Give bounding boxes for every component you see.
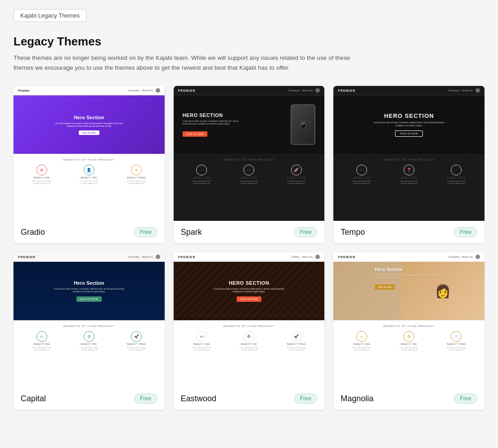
benefit-desc: Lorem ipsum dolor sit amet consectur adi… xyxy=(124,347,149,351)
theme-footer: Eastwood Free xyxy=(174,387,325,410)
preview-benefits-row: ▭ BENEFIT ONE Lorem ipsum dolor sit amet… xyxy=(178,165,320,184)
benefit-desc: Lorem ipsum dolor sit amet consectur adi… xyxy=(29,180,54,184)
benefit-label: BENEFIT ONE xyxy=(194,177,210,179)
benefit-desc: Lorem ipsum dolor sit amet consectur adi… xyxy=(189,180,214,184)
benefit-desc: Lorem ipsum dolor sit amet consectur adi… xyxy=(284,347,309,351)
preview-hero: HERO SECTION Lorem ipsum dolor sit amet,… xyxy=(174,95,325,154)
benefit-desc: Lorem ipsum dolor sit amet consectur adi… xyxy=(397,180,422,184)
benefit-desc: Lorem ipsum dolor sit amet consectur adi… xyxy=(237,347,261,351)
theme-badge: Free xyxy=(294,227,318,237)
theme-card-capital[interactable]: PREMIER Company About Us Hero Section Lo… xyxy=(13,252,165,410)
benefit-icon: ▭ xyxy=(356,331,367,342)
benefit-item: ⚙ BENEFIT TWO Lorem ipsum dolor sit amet… xyxy=(76,331,101,351)
preview-benefits-title: Benefits of Your Product xyxy=(338,325,480,327)
benefit-desc: Lorem ipsum dolor sit amet consectur adi… xyxy=(444,180,469,184)
theme-preview-spark: PREMIER Company About Us HERO SECTION Lo… xyxy=(174,86,325,221)
preview-hero-cta: SIGN UP NOW xyxy=(237,296,262,302)
preview-hero-sub: Lorem ipsum dolor sit amet, consectetur … xyxy=(183,120,241,126)
preview-benefits-title: Benefits of your product xyxy=(18,158,160,161)
theme-badge: Free xyxy=(134,227,157,237)
benefit-icon: 📍 xyxy=(404,165,414,175)
preview-logo: PREMIER xyxy=(178,255,196,259)
preview-hero-cta: Sign up today xyxy=(79,130,100,135)
preview-hero-sub: Lorem ipsum dolor sit amet, consectetur … xyxy=(373,121,445,127)
preview-benefits-title: BENEFITS OF YOUR PRODUCT xyxy=(178,325,320,327)
benefit-icon: ⚙ xyxy=(84,331,94,342)
theme-card-tempo[interactable]: PREMIER Company About Us HERO SECTION Lo… xyxy=(333,86,485,243)
preview-nav: Company About Us xyxy=(128,89,153,92)
benefit-desc: Lorem ipsum dolor sit amet consectur adi… xyxy=(349,347,374,351)
preview-hero-title: HERO SECTION xyxy=(229,280,269,286)
preview-hero-title: HERO SECTION xyxy=(183,112,291,118)
theme-preview-eastwood: PREMIER Gallery About Us HERO SECTION Lo… xyxy=(174,252,325,387)
benefit-label: BENEFIT THREE xyxy=(127,343,146,345)
phone-icon: 📱 xyxy=(299,121,308,129)
preview-header: PREMIER Gallery About Us xyxy=(174,252,325,262)
benefit-label: Benefit Two xyxy=(401,343,417,345)
benefit-item: ▭ BENEFIT ONE Lorem ipsum dolor sit amet… xyxy=(189,165,214,184)
preview-hero-title: Hero Section xyxy=(375,267,443,272)
benefit-item: ⚙ BENEFIT TWO Lorem ipsum dolor sit amet… xyxy=(237,165,261,184)
benefit-item: 👤 Benefit two Lorem ipsum dolor sit amet… xyxy=(76,165,101,184)
benefit-item: ▭ Benefit One Lorem ipsum dolor sit amet… xyxy=(349,331,374,351)
preview-logo: PREMIER xyxy=(178,89,196,92)
preview-benefits-row: ✉ BENEFIT ONE Lorem ipsum dolor sit amet… xyxy=(338,165,480,184)
preview-hero-cta: SIGN UP NOW xyxy=(395,130,423,137)
preview-benefits-row: ▭ BENEFIT ONE Lorem ipsum dolor sit amet… xyxy=(178,331,320,351)
preview-hero-title: Hero Section xyxy=(74,115,104,120)
preview-hero: Hero Section Lorem ipsum dolor sit amet,… xyxy=(13,262,165,320)
preview-hero-text: Hero Section Lorem ipsum dolor sit amet,… xyxy=(375,267,443,315)
benefit-item: ⚙ Benefit Two Lorem ipsum dolor sit amet… xyxy=(397,331,422,351)
benefit-label: Benefit one xyxy=(34,177,49,179)
theme-card-magnolia[interactable]: PREMIER Company About Us 👩 Hero Section … xyxy=(333,252,485,410)
benefit-icon: ↗ xyxy=(451,165,462,175)
theme-name: Gradio xyxy=(21,228,45,237)
benefit-label: BENEFIT ONE xyxy=(34,343,49,345)
theme-footer: Spark Free xyxy=(174,221,325,243)
benefit-icon: ✿ xyxy=(36,165,47,175)
preview-hero: HERO SECTION Lorem ipsum dolor sit amet,… xyxy=(174,262,325,320)
benefit-label: BENEFIT TWO xyxy=(401,177,417,179)
theme-preview-magnolia: PREMIER Company About Us 👩 Hero Section … xyxy=(333,252,485,387)
benefit-desc: Lorem ipsum dolor sit amet consectur adi… xyxy=(76,180,101,184)
benefit-desc: Lorem ipsum dolor sit amet consectur adi… xyxy=(76,347,101,351)
benefit-icon: 🚀 xyxy=(291,331,302,342)
preview-logo: Premier xyxy=(18,89,30,92)
benefit-icon: ▭ xyxy=(196,331,207,342)
theme-card-gradio[interactable]: Premier Company About Us Hero Section Us… xyxy=(13,86,165,243)
benefit-icon: 🚀 xyxy=(131,331,142,342)
theme-card-spark[interactable]: PREMIER Company About Us HERO SECTION Lo… xyxy=(174,86,325,243)
preview-hero-sub: Lorem ipsum dolor sit amet, consectetur … xyxy=(375,274,443,279)
benefit-item: 📍 BENEFIT TWO Lorem ipsum dolor sit amet… xyxy=(397,165,422,184)
benefit-item: ✦ Benefit three Lorem ipsum dolor sit am… xyxy=(124,165,149,184)
preview-header: PREMIER Company About Us xyxy=(174,86,325,95)
theme-preview-gradio: Premier Company About Us Hero Section Us… xyxy=(13,86,165,221)
benefit-item: ✿ Benefit one Lorem ipsum dolor sit amet… xyxy=(29,165,54,184)
breadcrumb-button[interactable]: Kajabi Legacy Themes xyxy=(13,9,86,22)
benefit-icon: 📄 xyxy=(451,331,462,342)
preview-benefits: Benefits of Your Product ▭ Benefit One L… xyxy=(333,320,485,355)
theme-footer: Magnolia Free xyxy=(333,387,485,410)
benefit-label: BENEFIT TWO xyxy=(241,177,257,179)
benefit-item: ✉ BENEFIT ONE Lorem ipsum dolor sit amet… xyxy=(349,165,374,184)
benefit-label: BENEFIT TWO xyxy=(81,343,97,345)
theme-name: Magnolia xyxy=(341,394,373,403)
preview-nav: Company About Us xyxy=(128,255,153,258)
preview-benefits: BENEFITS OF YOUR PRODUCT ▭ BENEFIT ONE L… xyxy=(174,154,325,189)
theme-footer: Tempo Free xyxy=(333,221,485,243)
phone-mockup: 📱 xyxy=(291,104,315,145)
benefit-label: BENEFIT THREE xyxy=(287,343,306,345)
benefit-label: Benefit three xyxy=(127,177,146,179)
benefit-desc: Lorem ipsum dolor sit amet consectur adi… xyxy=(29,347,54,351)
preview-avatar xyxy=(476,255,480,259)
benefit-icon: ✦ xyxy=(131,165,142,175)
preview-hero-sub: Use this section to convey a clear and p… xyxy=(53,122,125,128)
benefit-desc: Lorem ipsum dolor sit amet consectur adi… xyxy=(189,347,214,351)
preview-header: Premier Company About Us xyxy=(13,86,165,95)
theme-card-eastwood[interactable]: PREMIER Gallery About Us HERO SECTION Lo… xyxy=(174,252,325,410)
benefit-icon: ▭ xyxy=(36,331,47,342)
benefit-desc: Lorem ipsum dolor sit amet consectur adi… xyxy=(284,180,309,184)
preview-nav: Company About Us xyxy=(288,89,313,92)
theme-badge: Free xyxy=(454,394,477,403)
preview-hero-cta: SIGN UP NOW xyxy=(76,296,102,302)
